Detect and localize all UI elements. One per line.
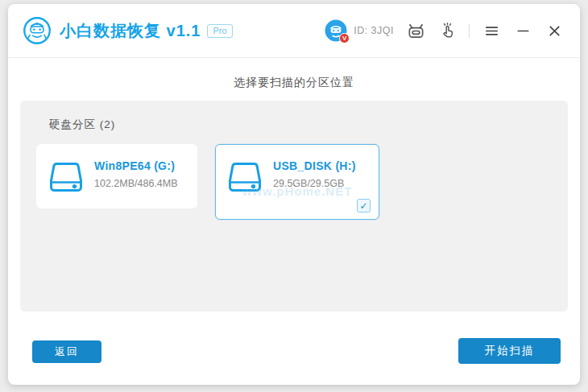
verified-badge: V: [339, 33, 350, 43]
minimize-icon[interactable]: [514, 22, 532, 40]
titlebar: 小白数据恢复 v1.1 Pro V ID: 3JQI: [8, 4, 580, 58]
hard-drive-icon: [227, 161, 263, 193]
titlebar-divider: [469, 24, 470, 38]
drive-capacity: 102.2MB/486.4MB: [94, 178, 178, 189]
drive-name: Win8PE64 (G:): [94, 159, 178, 172]
hand-click-icon[interactable]: [438, 22, 457, 40]
feedback-robot-icon[interactable]: [407, 22, 425, 40]
back-button[interactable]: 返回: [32, 340, 101, 363]
app-title: 小白数据恢复 v1.1: [60, 20, 201, 42]
user-id-label: ID: 3JQI: [354, 25, 394, 36]
app-window: 小白数据恢复 v1.1 Pro V ID: 3JQI: [8, 4, 580, 385]
titlebar-right: V ID: 3JQI: [325, 19, 564, 42]
drive-info: Win8PE64 (G:) 102.2MB/486.4MB: [94, 159, 178, 193]
pro-badge: Pro: [207, 24, 232, 38]
partition-count-label: 硬盘分区 (2): [20, 101, 568, 132]
user-avatar[interactable]: V: [325, 19, 347, 42]
drive-card-win8pe64[interactable]: Win8PE64 (G:) 102.2MB/486.4MB: [36, 144, 197, 208]
menu-icon[interactable]: [482, 22, 501, 40]
drive-card-usb-disk[interactable]: USB_DISK (H:) 29.5GB/29.5GB www.pHome.NE…: [215, 144, 379, 220]
drive-info: USB_DISK (H:) 29.5GB/29.5GB: [273, 159, 356, 193]
drive-card-list: Win8PE64 (G:) 102.2MB/486.4MB USB_DISK (…: [36, 144, 568, 220]
partition-panel: 硬盘分区 (2) Win8PE64 (G:) 102.2MB/486.4MB: [20, 101, 568, 312]
drive-capacity: 29.5GB/29.5GB: [273, 178, 356, 189]
page-title: 选择要扫描的分区位置: [8, 76, 580, 90]
hard-drive-icon: [48, 161, 84, 193]
start-scan-button[interactable]: 开始扫描: [458, 338, 561, 364]
app-logo-icon: [23, 16, 52, 45]
close-icon[interactable]: [545, 22, 564, 40]
drive-name: USB_DISK (H:): [273, 159, 356, 172]
drive-selected-checkbox[interactable]: ✓: [357, 199, 371, 213]
